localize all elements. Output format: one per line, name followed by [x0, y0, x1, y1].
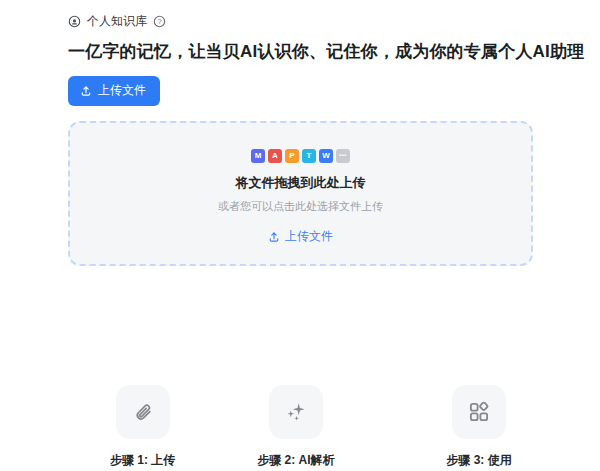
step-title: 步骤 3: 使用: [446, 452, 511, 469]
kb-header: 个人知识库 ?: [68, 12, 533, 30]
help-icon[interactable]: ?: [153, 15, 166, 28]
dropzone-upload-link[interactable]: 上传文件: [268, 228, 333, 245]
file-type-ppt-icon: P: [285, 149, 299, 163]
dropzone-title: 将文件拖拽到此处上传: [236, 174, 366, 192]
steps-section: 步骤 1: 上传 上传你的文件给AI 助理的知识库 步骤 2: AI解析 AI助…: [68, 385, 533, 471]
page-title: 个人知识库: [87, 13, 147, 30]
paperclip-icon: [116, 385, 170, 439]
sparkles-icon: [269, 385, 323, 439]
upload-button-label: 上传文件: [98, 82, 146, 99]
step-ai-parse: 步骤 2: AI解析 AI助理会拆解、解析你的知识文件: [217, 385, 374, 471]
file-type-txt-icon: T: [302, 149, 316, 163]
step-use: 步骤 3: 使用 通过首页选择知识库或知识库页对AI助理提问: [374, 385, 583, 471]
knowledge-base-icon: [68, 15, 81, 28]
hero-title: 一亿字的记忆，让当贝AI认识你、记住你，成为你的专属个人AI助理: [68, 40, 533, 63]
file-type-chips: M A P T W ⋯: [251, 149, 350, 163]
step-title: 步骤 2: AI解析: [257, 452, 334, 469]
dropzone-subtitle: 或者您可以点击此处选择文件上传: [218, 199, 383, 214]
file-type-word-icon: W: [319, 149, 333, 163]
apps-grid-icon: [452, 385, 506, 439]
step-upload: 步骤 1: 上传 上传你的文件给AI 助理的知识库: [68, 385, 217, 471]
file-type-more-icon: ⋯: [336, 149, 350, 163]
file-type-markdown-icon: M: [251, 149, 265, 163]
upload-icon: [80, 85, 92, 97]
svg-text:?: ?: [157, 17, 161, 26]
personal-knowledge-base-page: 个人知识库 ? 一亿字的记忆，让当贝AI认识你、记住你，成为你的专属个人AI助理…: [0, 0, 600, 471]
dropzone-upload-link-label: 上传文件: [285, 228, 333, 245]
file-type-pdf-icon: A: [268, 149, 282, 163]
upload-file-button[interactable]: 上传文件: [68, 76, 160, 106]
upload-icon: [268, 231, 280, 243]
file-dropzone[interactable]: M A P T W ⋯ 将文件拖拽到此处上传 或者您可以点击此处选择文件上传 上…: [68, 121, 533, 266]
step-title: 步骤 1: 上传: [110, 452, 175, 469]
